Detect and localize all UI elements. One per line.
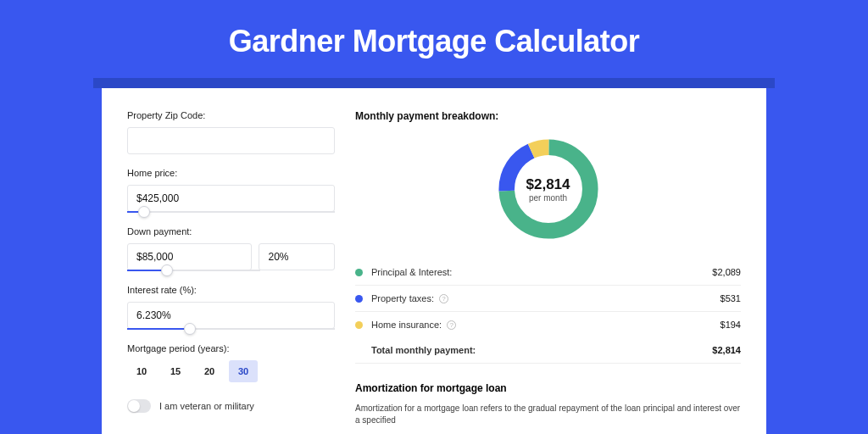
breakdown-panel: Monthly payment breakdown: $2,814 per mo… xyxy=(355,110,741,434)
payment-donut-chart: $2,814 per month xyxy=(493,134,604,244)
legend-row: Principal & Interest:$2,089 xyxy=(355,259,741,286)
breakdown-heading: Monthly payment breakdown: xyxy=(355,110,741,122)
legend-value: $2,089 xyxy=(712,267,741,277)
legend-value: $531 xyxy=(721,293,741,303)
legend-dot xyxy=(355,269,363,276)
period-button-15[interactable]: 15 xyxy=(161,360,190,382)
amortization-body: Amortization for a mortgage loan refers … xyxy=(355,403,741,426)
price-slider[interactable] xyxy=(127,211,335,213)
down-percent-input[interactable] xyxy=(259,243,335,270)
donut-sub: per month xyxy=(529,193,567,203)
donut-amount: $2,814 xyxy=(526,176,570,193)
period-button-20[interactable]: 20 xyxy=(195,360,224,382)
amortization-section: Amortization for mortgage loan Amortizat… xyxy=(355,382,741,426)
rate-label: Interest rate (%): xyxy=(127,285,335,295)
price-label: Home price: xyxy=(127,168,335,178)
rate-slider[interactable] xyxy=(127,328,335,330)
veteran-toggle[interactable] xyxy=(127,399,151,413)
veteran-row: I am veteran or military xyxy=(127,399,335,413)
total-row: Total monthly payment: $2,814 xyxy=(355,337,741,364)
period-button-30[interactable]: 30 xyxy=(229,360,258,382)
info-icon[interactable]: ? xyxy=(439,294,448,303)
form-panel: Property Zip Code: Home price: Down paym… xyxy=(127,110,335,434)
price-input[interactable] xyxy=(127,185,335,212)
accent-bar xyxy=(93,78,775,88)
rate-slider-thumb[interactable] xyxy=(184,323,196,335)
info-icon[interactable]: ? xyxy=(447,320,456,330)
price-field: Home price: xyxy=(127,168,335,213)
legend-row: Property taxes:?$531 xyxy=(355,286,741,312)
legend-value: $194 xyxy=(721,320,741,330)
total-value: $2,814 xyxy=(712,345,741,355)
period-field: Mortgage period (years): 10152030 xyxy=(127,343,335,382)
legend-dot xyxy=(355,295,363,303)
price-slider-thumb[interactable] xyxy=(138,206,150,218)
zip-input[interactable] xyxy=(127,127,335,154)
zip-label: Property Zip Code: xyxy=(127,110,335,120)
down-slider-thumb[interactable] xyxy=(161,264,173,276)
calculator-card: Property Zip Code: Home price: Down paym… xyxy=(102,88,766,434)
down-field: Down payment: xyxy=(127,226,335,271)
legend-row: Home insurance:?$194 xyxy=(355,312,741,337)
legend-label: Property taxes:? xyxy=(371,293,721,303)
page-title: Gardner Mortgage Calculator xyxy=(0,0,868,78)
total-label: Total monthly payment: xyxy=(371,345,712,355)
legend-label: Home insurance:? xyxy=(371,320,721,330)
down-label: Down payment: xyxy=(127,226,335,236)
zip-field: Property Zip Code: xyxy=(127,110,335,154)
rate-input[interactable] xyxy=(127,302,335,329)
rate-field: Interest rate (%): xyxy=(127,285,335,330)
legend-dot xyxy=(355,321,363,329)
period-button-10[interactable]: 10 xyxy=(127,360,156,382)
veteran-label: I am veteran or military xyxy=(159,401,254,411)
down-amount-input[interactable] xyxy=(127,243,252,270)
down-slider[interactable] xyxy=(127,270,260,271)
amortization-heading: Amortization for mortgage loan xyxy=(355,382,741,394)
legend-label: Principal & Interest: xyxy=(371,267,712,277)
period-label: Mortgage period (years): xyxy=(127,343,335,353)
